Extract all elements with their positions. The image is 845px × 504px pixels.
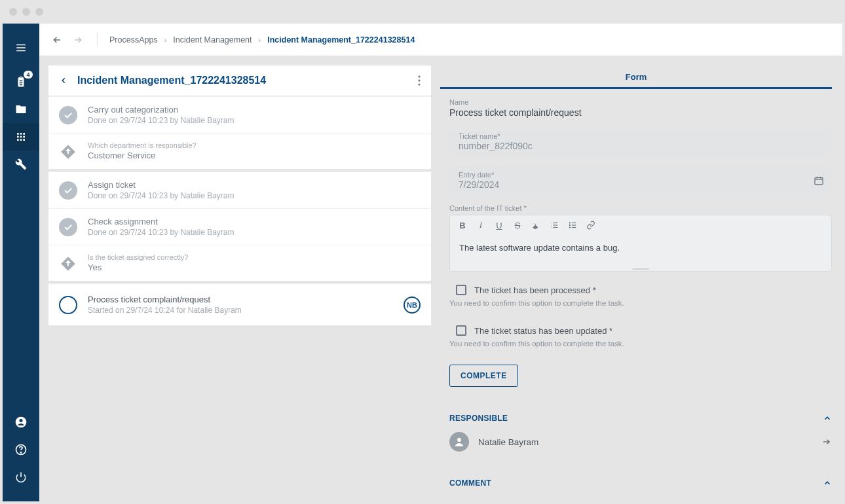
entry-date-value: 7/29/2024 <box>459 179 823 190</box>
editor-content[interactable]: The latest software update contains a bu… <box>450 235 831 267</box>
process-step-current[interactable]: Process ticket complaint/request Started… <box>48 283 431 325</box>
step-title: Assign ticket <box>88 180 421 190</box>
complete-button[interactable]: COMPLETE <box>449 365 518 387</box>
svg-rect-4 <box>20 133 22 135</box>
checkbox-updated[interactable]: The ticket status has been updated * <box>449 325 832 336</box>
content-label: Content of the IT ticket * <box>449 204 832 212</box>
user-icon <box>14 416 28 429</box>
svg-rect-10 <box>20 139 22 141</box>
step-title: Check assignment <box>88 217 421 226</box>
italic-icon[interactable]: I <box>476 221 485 230</box>
checkbox-icon[interactable] <box>456 285 466 295</box>
account-button[interactable] <box>3 408 39 436</box>
help-button[interactable] <box>3 436 39 463</box>
clear-format-icon[interactable] <box>531 221 540 230</box>
process-panel: Incident Management_1722241328514 Carry … <box>48 65 431 492</box>
list-bullet-icon[interactable] <box>568 221 577 230</box>
svg-point-17 <box>418 75 420 77</box>
nav-forward-button[interactable] <box>71 33 85 47</box>
collapse-button[interactable] <box>823 414 832 423</box>
form-tab[interactable]: Form <box>439 65 833 87</box>
more-button[interactable] <box>418 75 421 86</box>
chevron-up-icon <box>823 478 832 488</box>
link-icon[interactable] <box>586 221 595 230</box>
helper-text: You need to confirm this option to compl… <box>449 299 832 307</box>
process-step[interactable]: Assign ticket Done on 29/7/24 10:23 by N… <box>48 171 431 208</box>
svg-point-13 <box>20 419 23 422</box>
chevron-right-icon: › <box>164 36 167 44</box>
arrow-right-icon <box>73 35 83 45</box>
process-step[interactable]: Which department is responsible? Custome… <box>48 133 431 169</box>
form-panel: Form Name Process ticket complaint/reque… <box>439 65 833 492</box>
step-sub: Done on 29/7/24 10:23 by Natalie Bayram <box>88 228 421 237</box>
name-value: Process ticket complaint/request <box>449 107 832 118</box>
entry-date-label: Entry date* <box>459 171 823 179</box>
open-circle-icon <box>59 296 77 314</box>
step-sub: Yes <box>88 262 421 272</box>
grid-icon <box>16 132 26 142</box>
process-step[interactable]: Carry out categorization Done on 29/7/24… <box>48 96 431 133</box>
arrow-left-icon <box>52 35 62 45</box>
process-step[interactable]: Check assignment Done on 29/7/24 10:23 b… <box>48 208 431 245</box>
assignee-avatar[interactable]: NB <box>404 297 421 314</box>
user-avatar <box>449 432 469 452</box>
wrench-icon <box>15 158 27 170</box>
window-titlebar <box>0 0 845 24</box>
collapse-button[interactable] <box>823 478 832 488</box>
helper-text: You need to confirm this option to compl… <box>449 340 832 348</box>
strike-icon[interactable]: S <box>513 221 522 230</box>
content-editor[interactable]: B I U S <box>449 215 832 272</box>
folder-icon <box>15 103 27 115</box>
reassign-button[interactable] <box>821 437 832 447</box>
process-header: Incident Management_1722241328514 <box>48 65 431 96</box>
nav-back-button[interactable] <box>50 33 64 47</box>
menu-button[interactable] <box>3 34 39 62</box>
process-step[interactable]: Is the ticket assigned correctly? Yes <box>48 245 431 281</box>
svg-rect-3 <box>17 133 19 135</box>
checkbox-label: The ticket status has been updated * <box>474 326 612 336</box>
breadcrumb-item[interactable]: ProcessApps <box>109 35 158 45</box>
svg-point-18 <box>418 79 420 81</box>
svg-rect-9 <box>17 139 19 141</box>
svg-point-27 <box>569 223 570 223</box>
checkbox-processed[interactable]: The ticket has been processed * <box>449 285 832 295</box>
list-ordered-icon[interactable] <box>550 221 559 230</box>
comment-title: COMMENT <box>449 478 491 488</box>
settings-button[interactable] <box>3 151 39 178</box>
chevron-left-icon <box>59 76 68 85</box>
responsible-title: RESPONSIBLE <box>449 414 508 423</box>
ticket-name-label: Ticket name* <box>459 132 823 140</box>
tasks-button[interactable]: 4 <box>3 68 39 96</box>
ticket-name-value: number_822f090c <box>459 141 823 151</box>
underline-icon[interactable]: U <box>495 221 504 230</box>
step-sub: Done on 29/7/24 10:23 by Natalie Bayram <box>88 191 421 200</box>
step-title: Which department is responsible? <box>88 141 421 149</box>
back-button[interactable] <box>59 76 68 85</box>
svg-rect-11 <box>23 139 25 141</box>
svg-rect-5 <box>23 133 25 135</box>
svg-rect-6 <box>17 136 19 138</box>
breadcrumb-item[interactable]: Incident Management <box>173 35 252 45</box>
check-icon <box>59 106 77 124</box>
ticket-name-field: Ticket name* number_822f090c <box>449 127 832 156</box>
window-dot <box>22 8 30 16</box>
svg-point-33 <box>457 438 461 442</box>
window-dot <box>35 8 43 16</box>
check-icon <box>59 218 77 236</box>
folder-button[interactable] <box>3 96 39 123</box>
step-title: Carry out categorization <box>88 105 421 115</box>
name-label: Name <box>449 98 832 106</box>
power-icon <box>15 471 27 483</box>
svg-rect-7 <box>20 136 22 138</box>
svg-point-19 <box>418 83 420 85</box>
chevron-right-icon: › <box>259 36 261 44</box>
decision-icon <box>59 255 77 273</box>
checkbox-icon[interactable] <box>456 325 466 336</box>
responsible-name: Natalie Bayram <box>478 437 812 447</box>
svg-point-29 <box>569 227 570 228</box>
svg-point-28 <box>569 225 570 225</box>
resize-handle[interactable] <box>450 267 831 271</box>
apps-button[interactable] <box>3 123 39 151</box>
logout-button[interactable] <box>3 463 39 491</box>
bold-icon[interactable]: B <box>458 221 467 230</box>
